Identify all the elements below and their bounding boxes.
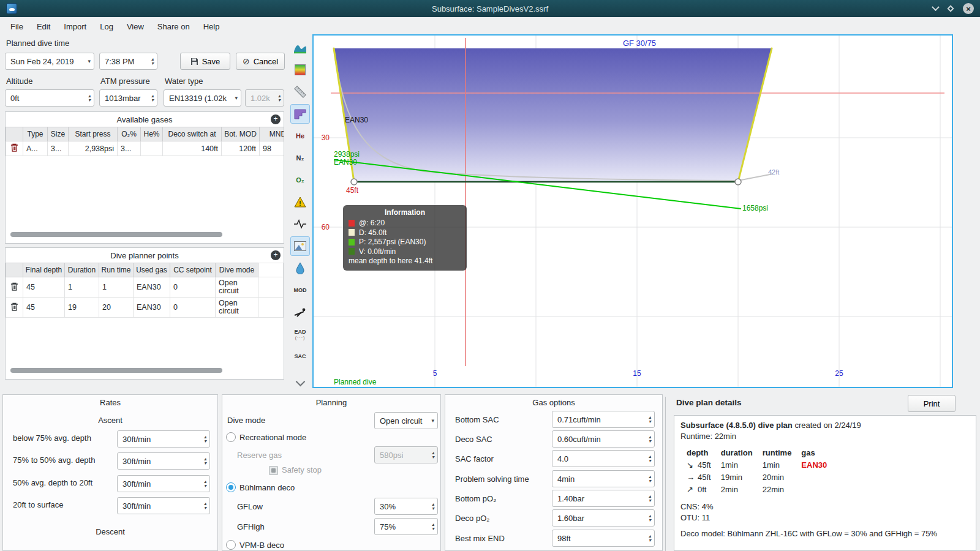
dive-date-combo[interactable]: Sun Feb 24, 2019 ▾ xyxy=(5,53,94,70)
scale-graph-icon[interactable] xyxy=(290,38,310,58)
col-mnd[interactable]: MND xyxy=(260,127,285,141)
problem-time-spinner[interactable]: 4min▴▾ xyxy=(552,470,655,487)
po2-icon[interactable]: O₂ xyxy=(290,170,310,190)
rate-50-20ft-spinner[interactable]: 30ft/min ▴▾ xyxy=(117,475,210,492)
end-pressure-label: 1658psi xyxy=(742,204,768,212)
col-used-gas[interactable]: Used gas xyxy=(134,263,170,277)
reserve-gas-label: Reserve gas xyxy=(237,451,282,460)
spinner-arrows-icon[interactable]: ▴▾ xyxy=(88,94,91,102)
col-run-time[interactable]: Run time xyxy=(99,263,134,277)
rate-20ft-surface-spinner[interactable]: 30ft/min ▴▾ xyxy=(117,497,210,514)
gas-row[interactable]: A... 3... 2,938psi 3... 140ft 120ft 98 xyxy=(6,141,285,156)
planning-panel: Planning Dive mode Open circuit ▾ Recrea… xyxy=(222,394,441,551)
menu-help[interactable]: Help xyxy=(197,20,227,34)
col-duration[interactable]: Duration xyxy=(65,263,99,277)
available-gases-panel: Available gases + Type Size Start press … xyxy=(5,111,284,244)
col-deco-switch[interactable]: Deco switch at xyxy=(163,127,222,141)
sac-icon[interactable]: SAC xyxy=(290,347,310,366)
menu-share-on[interactable]: Share on xyxy=(151,20,197,34)
planner-handle[interactable] xyxy=(735,179,741,185)
plan-header-rest: created on 2/24/19 xyxy=(793,421,861,430)
ruler-icon[interactable] xyxy=(290,82,310,102)
tissues-icon[interactable] xyxy=(290,258,310,278)
dive-mode-combo[interactable]: Open circuit ▾ xyxy=(374,412,438,429)
points-horizontal-scrollbar[interactable] xyxy=(10,368,222,373)
info-time: @: 6:20 xyxy=(359,219,385,227)
cancel-button[interactable]: ⊘ Cancel xyxy=(236,53,285,70)
col-cc-setpoint[interactable]: CC setpoint xyxy=(170,263,216,277)
add-point-button[interactable]: + xyxy=(271,250,281,260)
add-gas-button[interactable]: + xyxy=(271,114,281,124)
rate-below-75-spinner[interactable]: 30ft/min ▴▾ xyxy=(117,430,210,448)
ead-icon[interactable]: EAD (···) xyxy=(290,324,310,344)
phe-icon[interactable]: He xyxy=(290,126,310,146)
ascend-arrow-icon: ↗ xyxy=(687,484,698,497)
level-arrow-icon: → xyxy=(687,472,698,484)
collapse-chevron-icon[interactable] xyxy=(290,373,310,393)
planner-handle[interactable] xyxy=(351,179,357,185)
warning-icon[interactable]: ! xyxy=(290,192,310,212)
photos-icon[interactable] xyxy=(290,236,310,256)
time-chip-icon xyxy=(349,220,355,227)
col-he[interactable]: He% xyxy=(141,127,163,141)
altitude-spinner[interactable]: 0ft ▴▾ xyxy=(5,89,94,107)
pn2-icon[interactable]: N₂ xyxy=(290,148,310,168)
col-size[interactable]: Size xyxy=(48,127,69,141)
bottom-sac-spinner[interactable]: 0.71cuft/min▴▾ xyxy=(552,411,655,428)
reserve-gas-spinner: 580psi ▴▾ xyxy=(374,446,438,463)
close-icon[interactable]: × xyxy=(963,3,974,14)
menu-file[interactable]: File xyxy=(4,20,30,34)
col-bot-mod[interactable]: Bot. MOD xyxy=(222,127,260,141)
col-type[interactable]: Type xyxy=(23,127,48,141)
planner-point-row[interactable]: 45 19 20 EAN30 0 Open circuit xyxy=(6,298,284,318)
menu-log[interactable]: Log xyxy=(93,20,120,34)
rates-title: Rates xyxy=(3,395,217,407)
col-dive-mode[interactable]: Dive mode xyxy=(216,263,258,277)
minimize-icon[interactable] xyxy=(932,3,940,11)
mean-depth-label: 42ft xyxy=(768,168,779,176)
info-speed: V: 0.0ft/min xyxy=(359,247,396,256)
delete-gas-icon[interactable] xyxy=(10,143,18,152)
save-button[interactable]: Save xyxy=(180,53,230,70)
delete-point-icon[interactable] xyxy=(10,282,18,291)
spinner-arrows-icon[interactable]: ▴▾ xyxy=(151,57,154,66)
buhlmann-deco-radio[interactable] xyxy=(226,482,236,492)
bottom-po2-spinner[interactable]: 1.40bar▴▾ xyxy=(552,490,655,507)
mod-icon[interactable]: MOD xyxy=(290,280,310,300)
planner-point-row[interactable]: 45 1 1 EAN30 0 Open circuit xyxy=(6,277,284,298)
delete-point-icon[interactable] xyxy=(10,302,18,311)
heart-rate-icon[interactable] xyxy=(290,214,310,234)
vpmb-deco-radio[interactable] xyxy=(226,540,236,550)
water-type-combo[interactable]: EN13319 (1.02k ▾ xyxy=(164,89,241,107)
maximize-icon[interactable] xyxy=(947,5,954,12)
deco-po2-spinner[interactable]: 1.60bar▴▾ xyxy=(552,509,655,527)
info-depth: D: 45.0ft xyxy=(359,228,386,237)
diver-icon[interactable] xyxy=(290,302,310,322)
deco-sac-spinner[interactable]: 0.60cuft/min▴▾ xyxy=(552,430,655,448)
gases-horizontal-scrollbar[interactable] xyxy=(10,232,222,237)
rate-row-label: 20ft to surface xyxy=(13,500,63,509)
menu-edit[interactable]: Edit xyxy=(30,20,57,34)
menu-view[interactable]: View xyxy=(120,20,151,34)
sac-factor-spinner[interactable]: 4.0▴▾ xyxy=(552,450,655,467)
dive-profile-chart[interactable]: GF 30/75 EAN30 2938psi EAN30 45ft 1658ps… xyxy=(312,34,953,388)
plan-table: depth duration runtime gas ↘ 45ft 1min 1… xyxy=(687,448,837,497)
col-final-depth[interactable]: Final depth xyxy=(23,263,65,277)
safety-stop-checkbox[interactable] xyxy=(269,466,278,475)
gas-options-title: Gas options xyxy=(445,395,662,407)
print-button[interactable]: Print xyxy=(908,395,956,412)
po2-graph-icon[interactable] xyxy=(290,60,310,80)
best-mix-end-spinner[interactable]: 98ft▴▾ xyxy=(552,530,655,547)
menu-import[interactable]: Import xyxy=(57,20,93,34)
rate-75-50-spinner[interactable]: 30ft/min ▴▾ xyxy=(117,452,210,470)
atm-pressure-spinner[interactable]: 1013mbar ▴▾ xyxy=(99,89,157,107)
plan-segment-row: ↘ 45ft 1min 1min EAN30 xyxy=(687,460,837,472)
col-start-press[interactable]: Start press xyxy=(69,127,118,141)
spinner-arrows-icon[interactable]: ▴▾ xyxy=(151,94,154,102)
col-o2[interactable]: O₂% xyxy=(118,127,141,141)
dive-time-spinner[interactable]: 7:38 PM ▴▾ xyxy=(99,53,157,70)
gflow-spinner[interactable]: 30% ▴▾ xyxy=(374,498,438,515)
recreational-mode-radio[interactable] xyxy=(226,432,236,442)
gfhigh-spinner[interactable]: 75% ▴▾ xyxy=(374,518,438,535)
calculated-ceiling-icon[interactable] xyxy=(290,104,310,124)
